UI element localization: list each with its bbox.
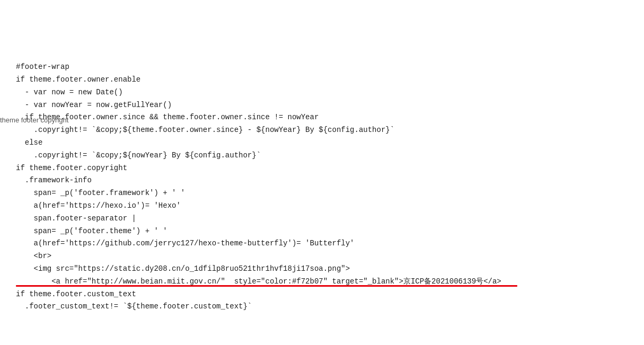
code-line-line16: <br> — [16, 250, 628, 263]
code-line-line20: .footer_custom_text!= `${theme.footer.cu… — [16, 300, 628, 313]
code-line-line7: else — [16, 137, 628, 149]
code-editor: theme footer copyright #footer-wrapif th… — [0, 0, 644, 337]
code-content: #footer-wrapif theme.footer.owner.enable… — [16, 61, 628, 313]
code-line-line13: span.footer-separator | — [16, 213, 628, 225]
code-line-line6: .copyright!= `&copy;${theme.footer.owner… — [16, 124, 628, 137]
code-line-line5: if theme.footer.owner.since && theme.foo… — [16, 111, 628, 124]
sidebar-label: theme footer copyright — [0, 114, 68, 126]
code-line-line3: - var now = new Date() — [16, 86, 628, 99]
code-line-line9: if theme.footer.copyright — [16, 162, 628, 175]
code-line-line10: .framework-info — [16, 174, 628, 187]
code-line-line14: span= _p('footer.theme') + ' ' — [16, 225, 628, 238]
code-line-line4: - var nowYear = now.getFullYear() — [16, 99, 628, 112]
code-line-line8: .copyright!= `&copy;${nowYear} By ${conf… — [16, 149, 628, 162]
code-line-line12: a(href='https://hexo.io')= 'Hexo' — [16, 200, 628, 213]
code-line-line1: #footer-wrap — [16, 61, 628, 74]
highlighted-code-line: <a href="http://www.beian.miit.gov.cn/" … — [16, 277, 501, 286]
code-line-line11: span= _p('footer.framework') + ' ' — [16, 187, 628, 200]
code-line-line19: if theme.footer.custom_text — [16, 288, 628, 301]
code-line-line15: a(href='https://github.com/jerryc127/hex… — [16, 237, 628, 250]
code-line-line18: <a href="http://www.beian.miit.gov.cn/" … — [16, 276, 628, 288]
code-line-line17: <img src="https://static.dy208.cn/o_1dfi… — [16, 263, 628, 276]
code-line-line2: if theme.footer.owner.enable — [16, 74, 628, 86]
